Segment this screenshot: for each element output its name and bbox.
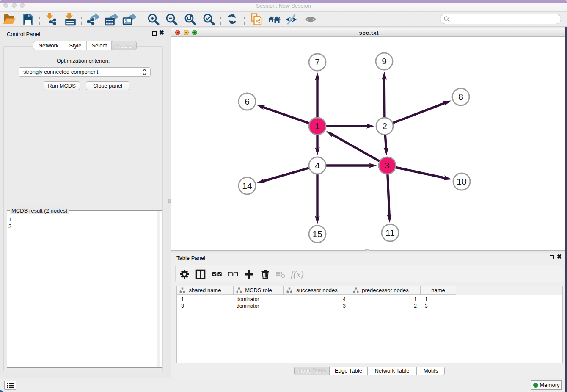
svg-text:4: 4 — [315, 160, 320, 170]
svg-text:9: 9 — [382, 56, 387, 66]
svg-text:8: 8 — [458, 92, 463, 102]
svg-text:2: 2 — [382, 121, 387, 131]
svg-text:15: 15 — [312, 229, 322, 239]
svg-text:11: 11 — [385, 228, 395, 237]
svg-text:10: 10 — [457, 177, 466, 186]
svg-text:1: 1 — [315, 121, 320, 131]
svg-text:7: 7 — [315, 57, 320, 67]
svg-text:3: 3 — [385, 160, 390, 170]
svg-text:14: 14 — [242, 181, 252, 190]
svg-text:6: 6 — [245, 97, 250, 106]
